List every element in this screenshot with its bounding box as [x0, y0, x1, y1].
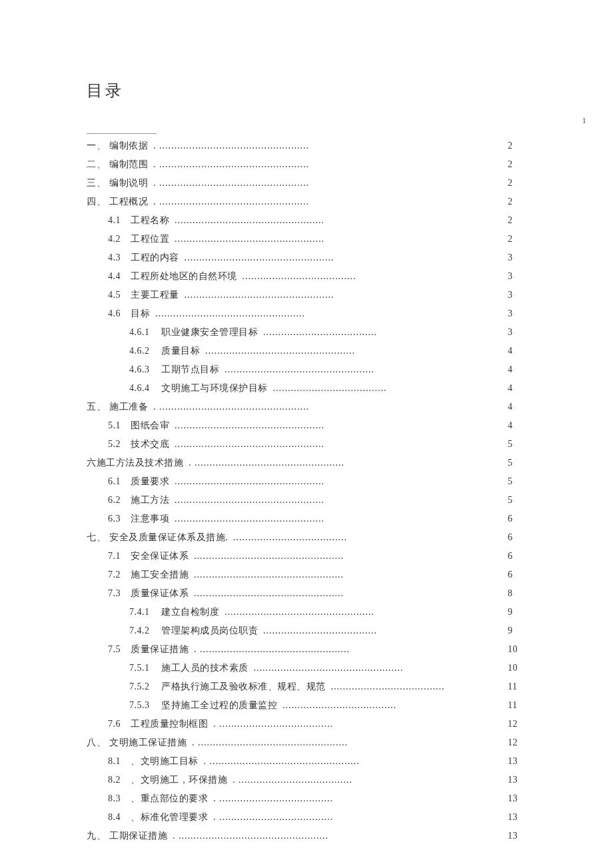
toc-entry-label: 、重点部位的要求: [131, 789, 208, 808]
toc-entry-label: 工程位置: [131, 230, 169, 248]
toc-entry: 一、 编制依据. ...............................…: [87, 137, 526, 155]
toc-dot-leader: . ......................................: [208, 789, 333, 808]
toc-entry-label: 安全保证体系: [131, 547, 189, 566]
toc-entry-label: 质量保证体系: [131, 584, 189, 603]
toc-entry-page: 13: [502, 789, 526, 808]
toc-entry-label: 严格执行施工及验收标准、规程、规范: [161, 677, 326, 696]
toc-entry: 七、 安全及质量保证体系及措施.........................…: [87, 528, 526, 547]
toc-entry: 4.3 工程的内容...............................…: [87, 248, 526, 267]
toc-dot-leader: ........................................…: [200, 342, 355, 360]
toc-entry-number: 7.5.2: [129, 677, 159, 696]
toc-entry: 7.3 质量保证体系..............................…: [87, 584, 526, 603]
toc-entry-page: 9: [502, 622, 526, 640]
toc-entry-label: 质量保证措施: [131, 640, 189, 659]
toc-entry-page: 10: [502, 659, 526, 677]
toc-entry-page: 13: [502, 752, 526, 771]
toc-entry: 8.1 、文明施工目标. ...........................…: [87, 752, 526, 771]
toc-entry-page: 9: [502, 603, 526, 622]
toc-entry-label: 注意事项: [131, 510, 169, 528]
toc-entry-label: 工程所处地区的自然环境: [131, 267, 237, 286]
toc-dot-leader: ........................................…: [249, 659, 404, 677]
toc-entry-number: 8.4: [108, 808, 128, 827]
toc-entry-page: 3: [502, 248, 526, 267]
table-of-contents: 一、 编制依据. ...............................…: [87, 137, 526, 845]
toc-dot-leader: ......................................: [326, 677, 445, 696]
toc-dot-leader: ......................................: [228, 528, 347, 547]
top-page-number: 1: [582, 115, 587, 126]
toc-entry: 7.1 安全保证体系..............................…: [87, 547, 526, 566]
toc-entry-page: 6: [502, 510, 526, 528]
toc-entry-number: 6.3: [108, 510, 128, 528]
toc-entry-label: 质量目标: [161, 342, 200, 360]
toc-entry-label: 质量要求: [131, 472, 169, 491]
toc-entry-number: 4.5: [108, 286, 128, 304]
toc-dot-leader: ........................................…: [169, 211, 324, 230]
toc-entry: 六施工方法及技术措施. ............................…: [87, 454, 526, 472]
toc-entry-number: 7.3: [108, 584, 128, 603]
toc-entry-page: 5: [502, 454, 526, 472]
toc-entry-page: 5: [502, 472, 526, 491]
toc-entry-label: 、标准化管理要求: [131, 808, 208, 827]
toc-entry: 7.5.2 严格执行施工及验收标准、规程、规范.................…: [87, 677, 526, 696]
toc-entry-number: 7.5: [108, 640, 128, 659]
toc-entry-number: 7.2: [108, 566, 128, 584]
toc-entry-number: 7.4.1: [129, 603, 159, 622]
toc-dot-leader: . ......................................…: [148, 137, 309, 155]
toc-dot-leader: ......................................: [277, 696, 396, 715]
toc-entry-number: 4.4: [108, 267, 128, 286]
toc-entry-number: 8.2: [108, 771, 128, 789]
toc-dot-leader: . ......................................: [208, 715, 333, 733]
toc-dot-leader: ........................................…: [189, 566, 344, 584]
toc-entry: 7.5 质量保证措施. ............................…: [87, 640, 526, 659]
toc-entry-number: 5.2: [108, 435, 128, 454]
toc-entry: 九、 工期保证措施. .............................…: [87, 827, 526, 845]
toc-dot-leader: . ......................................…: [199, 752, 360, 771]
toc-dot-leader: ........................................…: [169, 472, 324, 491]
toc-entry-page: 3: [502, 267, 526, 286]
toc-entry-page: 6: [502, 547, 526, 566]
toc-entry-number: 5.1: [108, 416, 128, 435]
toc-entry-number: 三、: [87, 174, 107, 193]
toc-entry-page: 6: [502, 566, 526, 584]
toc-entry-label: 图纸会审: [131, 416, 169, 435]
toc-entry-number: 二、: [87, 155, 107, 174]
toc-entry: 二、 编制范围. ...............................…: [87, 155, 526, 174]
toc-entry-number: 4.2: [108, 230, 128, 248]
toc-entry-page: 13: [502, 771, 526, 789]
toc-entry-label: 施工方法: [131, 491, 169, 510]
toc-dot-leader: ......................................: [258, 323, 377, 342]
toc-entry: 7.5.1 施工人员的技术素质.........................…: [87, 659, 526, 677]
toc-entry: 6.3 注意事项................................…: [87, 510, 526, 528]
toc-entry: 7.2 施工安全措施..............................…: [87, 566, 526, 584]
toc-entry-number: 八、: [87, 733, 107, 752]
toc-entry-page: 8: [502, 584, 526, 603]
toc-dot-leader: . ......................................…: [148, 155, 309, 174]
toc-entry: 4.1 工程名称................................…: [87, 211, 526, 230]
page-title: 目录: [87, 80, 526, 101]
toc-entry-number: 一、: [87, 137, 107, 155]
toc-entry-page: 12: [502, 733, 526, 752]
toc-entry-label: 六施工方法及技术措施: [87, 454, 183, 472]
toc-entry-number: 7.4.2: [129, 622, 159, 640]
toc-entry-label: 文明施工与环境保护目标: [161, 379, 268, 398]
toc-entry-number: 五、: [87, 398, 107, 416]
toc-entry-label: 安全及质量保证体系及措施.: [109, 528, 228, 547]
toc-entry-label: 工期保证措施: [109, 827, 167, 845]
toc-entry-number: 7.5.3: [129, 696, 159, 715]
toc-entry-label: 技术交底: [131, 435, 169, 454]
toc-entry-number: 6.1: [108, 472, 128, 491]
toc-dot-leader: ........................................…: [179, 248, 334, 267]
toc-dot-leader: ........................................…: [189, 584, 344, 603]
toc-dot-leader: ......................................: [237, 267, 356, 286]
toc-entry-label: 工程名称: [131, 211, 169, 230]
toc-entry-page: 13: [502, 827, 526, 845]
toc-dot-leader: ........................................…: [219, 360, 374, 379]
toc-entry-page: 2: [502, 230, 526, 248]
toc-entry-number: 7.5.1: [129, 659, 159, 677]
toc-dot-leader: ........................................…: [150, 304, 305, 323]
toc-entry-page: 3: [502, 286, 526, 304]
toc-entry: 五、 施工准备. ...............................…: [87, 398, 526, 416]
toc-entry: 4.6 目标..................................…: [87, 304, 526, 323]
toc-entry-page: 10: [502, 640, 526, 659]
toc-entry-number: 4.6: [108, 304, 128, 323]
